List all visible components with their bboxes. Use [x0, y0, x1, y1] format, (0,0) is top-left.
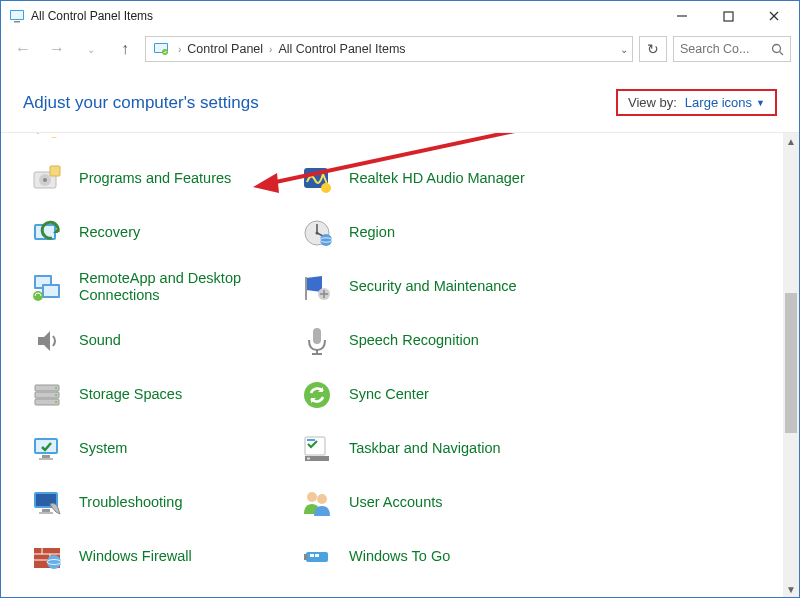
svg-rect-55: [307, 458, 310, 460]
svg-point-61: [317, 494, 327, 504]
cp-item-sound[interactable]: Sound: [29, 323, 299, 359]
taskbar-navigation-icon: [299, 431, 335, 467]
cp-item-label: Realtek HD Audio Manager: [349, 170, 525, 187]
programs-features-icon: [29, 161, 65, 197]
cp-item-system[interactable]: System: [29, 431, 299, 467]
up-button[interactable]: ↑: [111, 35, 139, 63]
remoteapp-icon: [29, 269, 65, 305]
svg-point-60: [307, 492, 317, 502]
cp-item-programs-features[interactable]: Programs and Features: [29, 161, 299, 197]
windows-to-go-icon: [299, 539, 335, 575]
svg-rect-71: [310, 554, 314, 557]
cp-item-label: Region: [349, 224, 395, 241]
recovery-icon: [29, 215, 65, 251]
window-frame: All Control Panel Items ← → ⌄ ↑ › Contro…: [0, 0, 800, 598]
cp-item-power-options[interactable]: Power Options: [299, 133, 569, 143]
svg-rect-38: [313, 328, 321, 344]
svg-rect-4: [724, 12, 733, 21]
svg-point-67: [47, 555, 61, 569]
scrollbar-up-arrow[interactable]: ▲: [783, 133, 799, 149]
security-maintenance-icon: [299, 269, 335, 305]
chevron-down-icon: ▼: [756, 98, 765, 108]
svg-rect-53: [307, 439, 315, 441]
svg-point-46: [55, 401, 57, 403]
cp-item-realtek-audio[interactable]: Realtek HD Audio Manager: [299, 161, 569, 197]
cp-item-taskbar-navigation[interactable]: Taskbar and Navigation: [299, 431, 569, 467]
svg-rect-2: [14, 21, 20, 23]
svg-point-28: [316, 232, 319, 235]
svg-point-22: [321, 183, 331, 193]
forward-button[interactable]: →: [43, 35, 71, 63]
search-box[interactable]: [673, 36, 791, 62]
svg-point-44: [55, 387, 57, 389]
back-button[interactable]: ←: [9, 35, 37, 63]
user-accounts-icon: [299, 485, 335, 521]
view-by-dropdown[interactable]: Large icons ▼: [685, 95, 765, 110]
breadcrumb-all-items[interactable]: All Control Panel Items: [276, 42, 407, 56]
svg-rect-50: [42, 455, 50, 458]
svg-point-29: [320, 234, 332, 246]
cp-item-label: Phone and Modem: [79, 133, 202, 134]
svg-rect-51: [39, 458, 53, 460]
scrollbar-thumb[interactable]: [785, 293, 797, 433]
content-area: Phone and Modem Power Options Programs a…: [1, 132, 799, 597]
svg-rect-20: [50, 166, 60, 176]
cp-item-label: Sound: [79, 332, 121, 349]
breadcrumb-control-panel[interactable]: Control Panel: [185, 42, 265, 56]
view-by-value-text: Large icons: [685, 95, 752, 110]
window-buttons: [659, 1, 797, 31]
address-dropdown-icon[interactable]: ⌄: [620, 44, 628, 55]
close-button[interactable]: [751, 1, 797, 31]
cp-item-speech-recognition[interactable]: Speech Recognition: [299, 323, 569, 359]
cp-item-security-maintenance[interactable]: Security and Maintenance: [299, 269, 569, 305]
scrollbar-down-arrow[interactable]: ▼: [783, 581, 799, 597]
subheader: Adjust your computer's settings View by:…: [1, 67, 799, 126]
refresh-button[interactable]: ↻: [639, 36, 667, 62]
windows-firewall-icon: [29, 539, 65, 575]
page-heading: Adjust your computer's settings: [23, 93, 259, 113]
minimize-button[interactable]: [659, 1, 705, 31]
svg-rect-72: [315, 554, 319, 557]
cp-item-label: Power Options: [349, 133, 444, 134]
troubleshooting-icon: [29, 485, 65, 521]
svg-point-47: [304, 382, 330, 408]
cp-item-remoteapp[interactable]: RemoteApp and Desktop Connections: [29, 269, 299, 305]
breadcrumb-sep: ›: [265, 44, 276, 55]
svg-point-45: [55, 394, 57, 396]
cp-item-phone-modem[interactable]: Phone and Modem: [29, 133, 299, 143]
svg-rect-59: [39, 512, 53, 514]
cp-item-label: Storage Spaces: [79, 386, 182, 403]
cp-item-label: Sync Center: [349, 386, 429, 403]
speech-recognition-icon: [299, 323, 335, 359]
cp-item-label: Troubleshooting: [79, 494, 182, 511]
cp-item-label: Security and Maintenance: [349, 278, 517, 295]
maximize-button[interactable]: [705, 1, 751, 31]
search-input[interactable]: [680, 42, 762, 56]
navbar: ← → ⌄ ↑ › Control Panel › All Control Pa…: [1, 31, 799, 67]
control-panel-icon: [152, 40, 170, 58]
svg-rect-58: [42, 509, 50, 512]
cp-item-label: RemoteApp and Desktop Connections: [79, 270, 259, 305]
cp-item-label: Windows Firewall: [79, 548, 192, 565]
cp-item-sync-center[interactable]: Sync Center: [299, 377, 569, 413]
cp-item-windows-firewall[interactable]: Windows Firewall: [29, 539, 299, 575]
storage-spaces-icon: [29, 377, 65, 413]
recent-dropdown[interactable]: ⌄: [77, 35, 105, 63]
address-bar[interactable]: › Control Panel › All Control Panel Item…: [145, 36, 633, 62]
vertical-scrollbar[interactable]: ▲ ▼: [783, 133, 799, 597]
cp-item-storage-spaces[interactable]: Storage Spaces: [29, 377, 299, 413]
cp-item-user-accounts[interactable]: User Accounts: [299, 485, 569, 521]
cp-item-region[interactable]: Region: [299, 215, 569, 251]
svg-line-11: [780, 51, 784, 55]
cp-item-windows-to-go[interactable]: Windows To Go: [299, 539, 569, 575]
cp-item-label: Speech Recognition: [349, 332, 479, 349]
view-by-highlight-box: View by: Large icons ▼: [616, 89, 777, 116]
region-icon: [299, 215, 335, 251]
breadcrumb-sep: ›: [174, 44, 185, 55]
window-title: All Control Panel Items: [31, 9, 659, 23]
cp-item-troubleshooting[interactable]: Troubleshooting: [29, 485, 299, 521]
svg-rect-1: [11, 11, 23, 19]
system-icon: [29, 431, 65, 467]
svg-rect-70: [304, 554, 307, 560]
cp-item-recovery[interactable]: Recovery: [29, 215, 299, 251]
